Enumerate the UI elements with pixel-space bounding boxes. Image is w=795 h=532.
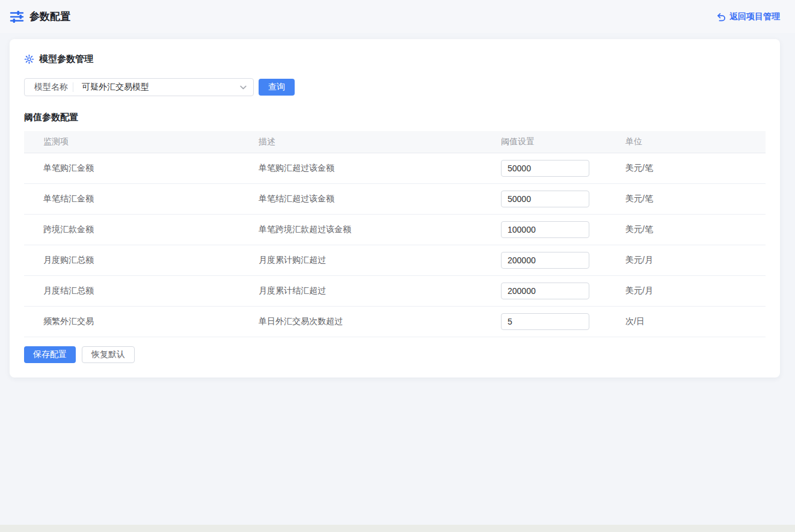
cell-unit: 美元/月 — [601, 245, 766, 275]
column-header-item: 监测项 — [24, 131, 247, 153]
cell-desc: 单笔跨境汇款超过该金额 — [247, 214, 477, 245]
threshold-table: 监测项 描述 阈值设置 单位 单笔购汇金额 单笔购汇超过该金额 美元/笔 单笔结… — [24, 131, 766, 337]
cell-desc: 单笔购汇超过该金额 — [247, 153, 477, 183]
chevron-down-icon — [239, 84, 247, 91]
cell-desc: 月度累计结汇超过 — [247, 275, 477, 306]
cell-desc: 月度累计购汇超过 — [247, 245, 477, 275]
table-row: 单笔结汇金额 单笔结汇超过该金额 美元/笔 — [24, 183, 766, 214]
table-row: 跨境汇款金额 单笔跨境汇款超过该金额 美元/笔 — [24, 214, 766, 245]
cell-unit: 次/日 — [601, 306, 766, 337]
query-button[interactable]: 查询 — [259, 79, 295, 96]
cell-item: 单笔购汇金额 — [24, 153, 247, 183]
cell-unit: 美元/月 — [601, 275, 766, 306]
threshold-input[interactable] — [501, 221, 589, 238]
restore-default-button[interactable]: 恢复默认 — [82, 346, 135, 363]
cell-item: 月度购汇总额 — [24, 245, 247, 275]
cell-unit: 美元/笔 — [601, 183, 766, 214]
bottom-edge-strip — [0, 525, 795, 532]
undo-arrow-icon — [716, 12, 726, 22]
table-row: 频繁外汇交易 单日外汇交易次数超过 次/日 — [24, 306, 766, 337]
cell-item: 单笔结汇金额 — [24, 183, 247, 214]
query-row: 模型名称 可疑外汇交易模型 查询 — [24, 78, 766, 96]
column-header-unit: 单位 — [601, 131, 766, 153]
threshold-input[interactable] — [501, 313, 589, 330]
model-name-value: 可疑外汇交易模型 — [73, 82, 239, 93]
save-config-button[interactable]: 保存配置 — [24, 346, 76, 363]
table-row: 月度购汇总额 月度累计购汇超过 美元/月 — [24, 245, 766, 275]
cell-item: 月度结汇总额 — [24, 275, 247, 306]
threshold-input[interactable] — [501, 252, 589, 269]
threshold-input[interactable] — [501, 283, 589, 299]
page-title: 参数配置 — [29, 10, 70, 23]
model-name-select[interactable]: 模型名称 可疑外汇交易模型 — [24, 78, 254, 96]
column-header-threshold: 阈值设置 — [477, 131, 601, 153]
model-parameter-card: 模型参数管理 模型名称 可疑外汇交易模型 查询 阈值参数配置 监测项 描述 阈值… — [10, 39, 780, 378]
sliders-icon — [10, 10, 24, 23]
table-row: 单笔购汇金额 单笔购汇超过该金额 美元/笔 — [24, 153, 766, 183]
cell-item: 跨境汇款金额 — [24, 214, 247, 245]
action-buttons: 保存配置 恢复默认 — [24, 346, 766, 363]
top-header-bar: 参数配置 返回项目管理 — [0, 0, 795, 33]
section-title: 模型参数管理 — [39, 54, 93, 65]
cell-desc: 单笔结汇超过该金额 — [247, 183, 477, 214]
cell-item: 频繁外汇交易 — [24, 306, 247, 337]
cell-desc: 单日外汇交易次数超过 — [247, 306, 477, 337]
page-title-group: 参数配置 — [10, 10, 70, 23]
cell-unit: 美元/笔 — [601, 214, 766, 245]
cell-unit: 美元/笔 — [601, 153, 766, 183]
column-header-desc: 描述 — [247, 131, 477, 153]
threshold-input[interactable] — [501, 160, 589, 177]
model-name-label: 模型名称 — [29, 82, 73, 93]
gear-icon — [24, 54, 34, 64]
back-link-label: 返回项目管理 — [729, 11, 780, 22]
threshold-table-title: 阈值参数配置 — [24, 112, 766, 123]
table-row: 月度结汇总额 月度累计结汇超过 美元/月 — [24, 275, 766, 306]
table-header-row: 监测项 描述 阈值设置 单位 — [24, 131, 766, 153]
section-header: 模型参数管理 — [24, 54, 766, 65]
threshold-input[interactable] — [501, 191, 589, 207]
back-to-project-link[interactable]: 返回项目管理 — [716, 11, 780, 22]
